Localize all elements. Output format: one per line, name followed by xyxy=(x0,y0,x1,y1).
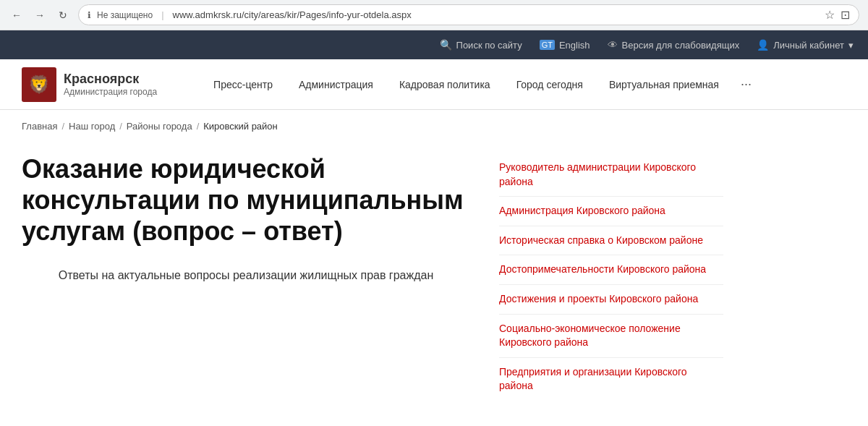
sidebar-link-attractions[interactable]: Достопримечательности Кировского района xyxy=(499,255,723,285)
nav-hr-policy[interactable]: Кадровая политика xyxy=(386,59,503,110)
forward-button[interactable]: → xyxy=(32,7,48,23)
logo-text: Красноярск Администрация города xyxy=(64,72,157,97)
chevron-down-icon: ▾ xyxy=(848,40,854,51)
accessibility-label: Версия для слабовидящих xyxy=(622,40,740,51)
refresh-button[interactable]: ↻ xyxy=(55,7,71,23)
sidebar-link-head[interactable]: Руководитель администрации Кировского ра… xyxy=(499,153,723,197)
translate-item[interactable]: GT English xyxy=(540,40,590,51)
breadcrumb-sep-2: / xyxy=(119,121,122,132)
logo-city: Красноярск xyxy=(64,72,157,87)
account-label: Личный кабинет xyxy=(773,40,844,51)
nav-administration[interactable]: Администрация xyxy=(286,59,386,110)
breadcrumb-districts[interactable]: Районы города xyxy=(127,121,192,132)
english-label: English xyxy=(559,40,590,51)
url-text: www.admkrsk.ru/city/areas/kir/Pages/info… xyxy=(173,9,412,20)
translate-icon: GT xyxy=(540,40,555,50)
page-subtitle: Ответы на актуальные вопросы реализации … xyxy=(22,269,470,282)
page-title: Оказание юридической консультации по мун… xyxy=(22,153,470,247)
breadcrumb: Главная / Наш город / Районы города / Ки… xyxy=(0,110,868,132)
breadcrumb-our-city[interactable]: Наш город xyxy=(69,121,115,132)
breadcrumb-sep-1: / xyxy=(61,121,64,132)
nav-city-today[interactable]: Город сегодня xyxy=(503,59,596,110)
breadcrumb-current: Кировский район xyxy=(203,121,278,132)
lock-label: Не защищено xyxy=(97,10,153,20)
nav-virtual-reception[interactable]: Виртуальная приемная xyxy=(596,59,732,110)
sidebar-link-achievements[interactable]: Достижения и проекты Кировского района xyxy=(499,285,723,315)
sidebar-link-enterprises[interactable]: Предприятия и организации Кировского рай… xyxy=(499,358,723,401)
logo-emblem: 🦁 xyxy=(22,67,56,102)
nav-more-button[interactable]: ··· xyxy=(732,59,760,110)
address-bar[interactable]: ℹ Не защищено | www.admkrsk.ru/city/area… xyxy=(78,4,859,25)
sidebar-link-history[interactable]: Историческая справка о Кировском районе xyxy=(499,226,723,256)
main-content: Оказание юридической консультации по мун… xyxy=(22,146,470,401)
logo-area[interactable]: 🦁 Красноярск Администрация города xyxy=(22,67,157,102)
back-button[interactable]: ← xyxy=(9,7,25,23)
sidebar-link-admin[interactable]: Администрация Кировского района xyxy=(499,197,723,226)
breadcrumb-sep-3: / xyxy=(197,121,200,132)
nav-links: Пресс-центр Администрация Кадровая полит… xyxy=(200,59,846,110)
search-icon: 🔍 xyxy=(440,39,452,51)
sidebar-link-socio-economy[interactable]: Социально-экономическое положение Кировс… xyxy=(499,315,723,358)
account-item[interactable]: 👤 Личный кабинет ▾ xyxy=(757,39,854,51)
browser-chrome: ← → ↻ ℹ Не защищено | www.admkrsk.ru/cit… xyxy=(0,0,868,30)
star-icon[interactable]: ☆ xyxy=(825,8,835,22)
lock-icon: ℹ xyxy=(88,10,91,20)
top-bar: 🔍 Поиск по сайту GT English 👁 Версия для… xyxy=(0,30,868,59)
accessibility-icon: 👁 xyxy=(608,39,618,51)
search-label: Поиск по сайту xyxy=(456,40,522,51)
sidebar: Руководитель администрации Кировского ра… xyxy=(499,146,723,401)
bookmark-icon[interactable]: ⊡ xyxy=(841,8,850,22)
account-icon: 👤 xyxy=(757,39,769,51)
accessibility-item[interactable]: 👁 Версия для слабовидящих xyxy=(608,39,740,51)
content-wrapper: Оказание юридической консультации по мун… xyxy=(0,132,868,422)
logo-subtitle: Администрация города xyxy=(64,87,157,97)
breadcrumb-home[interactable]: Главная xyxy=(22,121,57,132)
search-item[interactable]: 🔍 Поиск по сайту xyxy=(440,39,522,51)
nav-press-center[interactable]: Пресс-центр xyxy=(200,59,286,110)
main-nav: 🦁 Красноярск Администрация города Пресс-… xyxy=(0,59,868,110)
